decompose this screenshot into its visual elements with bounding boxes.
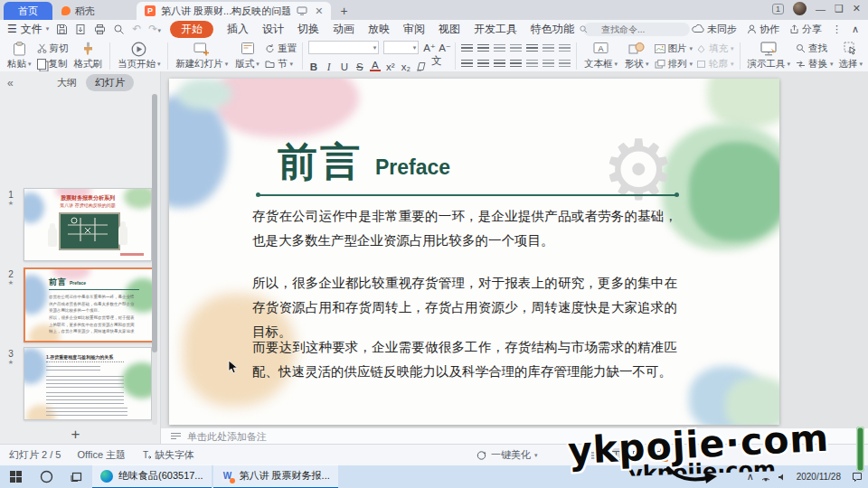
align-left-icon[interactable] [461, 60, 473, 69]
justify-icon[interactable] [510, 60, 522, 69]
theme-name[interactable]: Office 主题 [77, 448, 126, 462]
play-from-current-button[interactable]: 当页开始▾ [114, 40, 165, 72]
redo-icon[interactable]: ↷▾ [148, 23, 161, 35]
copy-button[interactable]: 复制 [37, 58, 69, 70]
increase-font-icon[interactable]: A⁺ [423, 42, 434, 54]
tab-outline[interactable]: 大纲 [48, 74, 86, 91]
menu-view[interactable]: 视图 [439, 22, 460, 37]
paste-button[interactable]: 粘贴▾ [4, 40, 35, 72]
window-count-badge[interactable]: 1 [772, 4, 784, 14]
section-button[interactable]: 节▾ [265, 58, 297, 70]
slide-thumbnail-3[interactable]: 1.存货重要程度与盈利能力的关系 [24, 347, 152, 420]
minimize-icon[interactable]: — [816, 4, 826, 14]
layout-button[interactable]: 版式▾ [231, 40, 263, 72]
cortana-button[interactable] [31, 465, 61, 488]
task-view-button[interactable] [61, 465, 92, 488]
menu-start[interactable]: 开始 [170, 21, 213, 38]
screen-share-icon[interactable] [297, 6, 307, 15]
arrange-button[interactable]: 排列▾ [655, 58, 693, 70]
font-size-select[interactable]: ▾ [383, 41, 419, 54]
share-button[interactable]: 分享 [789, 23, 822, 36]
strikethrough-button[interactable]: S [354, 61, 365, 72]
select-button[interactable]: 选择▾ [835, 40, 867, 72]
close-tab-icon[interactable]: ✕ [315, 5, 323, 17]
menu-slideshow[interactable]: 放映 [368, 22, 390, 37]
slide-thumbnail-1[interactable]: 股票财务报表分析系列 第八讲 存货结构反映的问题 [24, 188, 152, 261]
panel-scrollbar-thumb[interactable] [152, 94, 157, 352]
collapse-ribbon-icon[interactable]: ∧ [852, 23, 859, 35]
menu-devtools[interactable]: 开发工具 [474, 22, 517, 37]
slide-subtitle[interactable]: Preface [375, 155, 450, 180]
numbered-list-icon[interactable] [477, 44, 489, 53]
italic-button[interactable]: I [324, 61, 335, 72]
columns-icon[interactable] [559, 44, 571, 53]
file-menu[interactable]: ☰ 文件 ▾ [7, 22, 49, 37]
replace-button[interactable]: 替换▾ [796, 58, 834, 70]
textbox-button[interactable]: A 文本框▾ [580, 40, 621, 72]
align-objects-icon[interactable] [542, 60, 554, 69]
tab-docer[interactable]: 稻壳 [52, 2, 104, 20]
distribute-icon[interactable] [526, 60, 538, 69]
font-family-select[interactable]: ▾ [308, 41, 380, 54]
tray-network-icon[interactable] [761, 473, 770, 482]
sync-status[interactable]: 未同步 [692, 23, 737, 36]
taskbar-date[interactable]: 2020/11/28 [793, 472, 844, 482]
print-icon[interactable] [94, 23, 106, 35]
outline-button[interactable]: 轮廓▾ [696, 58, 734, 70]
slide-editor[interactable]: ⚙ 前言 Preface 存货在公司运作中是非常重要的一环，是企业提供产品或者劳… [169, 79, 779, 425]
tray-expand-icon[interactable]: ∧ [747, 471, 754, 483]
align-center-icon[interactable] [477, 60, 489, 69]
align-right-icon[interactable] [494, 60, 505, 69]
menu-review[interactable]: 审阅 [403, 22, 425, 37]
subscript-button[interactable]: x₂ [401, 61, 411, 72]
decrease-font-icon[interactable]: A⁻ [439, 42, 449, 54]
restore-icon[interactable]: ❑ [835, 3, 844, 14]
missing-fonts-button[interactable]: T 缺失字体 [142, 448, 194, 462]
export-icon[interactable] [75, 23, 87, 35]
new-slide-button[interactable]: 新建幻灯片▾ [172, 40, 231, 72]
menu-transition[interactable]: 切换 [297, 22, 319, 37]
search-input[interactable] [583, 23, 690, 36]
tray-volume-icon[interactable] [778, 473, 786, 482]
slide-title[interactable]: 前言 [278, 142, 363, 182]
collapse-panel-icon[interactable]: « [7, 77, 14, 89]
taskbar-app-edge[interactable]: 绝味食品(603517... [92, 465, 212, 488]
text-direction-icon[interactable] [542, 44, 554, 53]
tab-home[interactable]: 首页 [4, 2, 52, 20]
tab-document[interactable]: P 第八讲 股票财...构反映的问题 ✕ [137, 2, 331, 20]
bold-button[interactable]: B [308, 61, 319, 72]
line-spacing-icon[interactable] [526, 44, 538, 53]
add-slide-button[interactable]: + [71, 426, 80, 444]
bullet-list-icon[interactable] [461, 44, 473, 53]
slide-thumbnail-2-selected[interactable]: 前言Preface 存货在公司运作中是非常重要的一环，是企业提供产品或者劳务的基… [24, 267, 154, 343]
menu-design[interactable]: 设计 [262, 22, 284, 37]
increase-indent-icon[interactable] [510, 44, 522, 53]
new-tab-button[interactable]: + [340, 4, 347, 18]
close-icon[interactable]: ✕ [853, 3, 861, 14]
clear-format-icon[interactable] [416, 61, 427, 71]
present-tools-button[interactable]: 演示工具▾ [743, 40, 794, 72]
slide-canvas[interactable]: ⚙ 前言 Preface 存货在公司运作中是非常重要的一环，是企业提供产品或者劳… [161, 71, 868, 445]
paragraph-more-icon[interactable] [559, 60, 571, 69]
slide-paragraph-1[interactable]: 存货在公司运作中是非常重要的一环，是企业提供产品或者劳务的基础，也是大多数生产型… [252, 204, 677, 253]
slide-paragraph-3[interactable]: 而要达到这种要求，企业需要做很多工作，存货结构与市场需求的精准匹配、快速灵活的供… [252, 335, 677, 384]
menu-animation[interactable]: 动画 [333, 22, 354, 37]
shapes-button[interactable]: 形状▾ [621, 40, 653, 72]
slide-paragraph-2[interactable]: 所以，很多企业都比较重视存货管理，对于报表上的研究，更多的集中在存货资源占用和存… [252, 271, 677, 344]
taskbar-app-wps[interactable]: W 第八讲 股票财务报... [213, 465, 338, 488]
panel-scrollbar[interactable] [152, 94, 157, 425]
fill-button[interactable]: 填充▾ [696, 42, 734, 55]
tab-slides[interactable]: 幻灯片 [86, 74, 134, 91]
underline-button[interactable]: U [339, 61, 350, 72]
preview-icon[interactable] [113, 23, 125, 35]
decrease-indent-icon[interactable] [494, 44, 505, 53]
format-painter-button[interactable]: 格式刷 [71, 40, 107, 72]
superscript-button[interactable]: x² [385, 61, 396, 72]
start-button[interactable] [0, 465, 31, 488]
menu-insert[interactable]: 插入 [227, 22, 249, 37]
find-button[interactable]: 查找 [796, 42, 834, 55]
beautify-button[interactable]: 一键美化▾ [476, 448, 538, 462]
picture-button[interactable]: 图片▾ [655, 42, 693, 55]
save-icon[interactable] [56, 23, 68, 35]
reset-button[interactable]: 重置 [265, 42, 297, 55]
